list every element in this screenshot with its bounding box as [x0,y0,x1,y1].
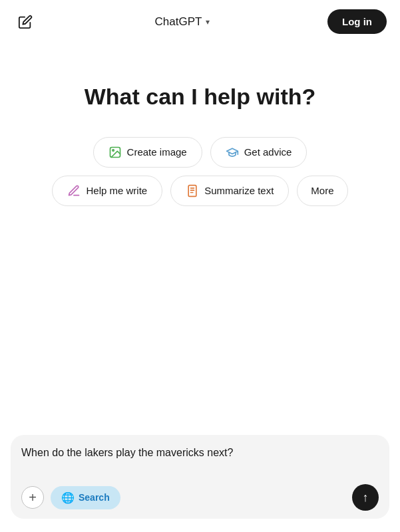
action-row-2: Help me write Summarize text More [52,176,347,206]
action-row-1: Create image Get advice [93,137,307,168]
login-button[interactable]: Log in [327,9,387,34]
input-footer: + 🌐 Search ↑ [21,484,379,511]
graduation-icon [226,146,239,159]
svg-point-1 [112,150,114,152]
more-button[interactable]: More [297,176,347,206]
action-buttons: Create image Get advice [27,137,373,206]
chevron-down-icon: ▾ [206,17,210,27]
help-me-write-button[interactable]: Help me write [52,176,162,206]
pencil-icon [67,184,81,198]
summarize-text-label: Summarize text [204,185,274,196]
input-area: When do the lakers play the mavericks ne… [0,424,400,532]
submit-button[interactable]: ↑ [352,484,379,511]
globe-icon: 🌐 [61,491,75,504]
search-button[interactable]: 🌐 Search [51,486,120,509]
input-box: When do the lakers play the mavericks ne… [11,435,389,519]
app-title-button[interactable]: ChatGPT ▾ [155,15,210,29]
input-footer-left: + 🌐 Search [21,486,120,509]
input-text[interactable]: When do the lakers play the mavericks ne… [21,446,379,475]
main-content: What can I help with? Create image [0,43,400,206]
document-icon [186,184,199,198]
summarize-text-button[interactable]: Summarize text [170,176,289,206]
create-image-label: Create image [127,146,187,158]
get-advice-button[interactable]: Get advice [210,137,307,168]
get-advice-label: Get advice [244,146,292,158]
create-image-button[interactable]: Create image [93,137,202,168]
main-heading: What can I help with? [85,83,316,110]
edit-icon[interactable] [13,10,37,34]
help-me-write-label: Help me write [86,185,147,196]
more-label: More [311,185,333,196]
app-title: ChatGPT [155,15,202,29]
image-icon [108,146,122,159]
search-label: Search [79,492,110,503]
header: ChatGPT ▾ Log in [0,0,400,43]
submit-icon: ↑ [363,491,369,505]
add-attachment-button[interactable]: + [21,486,44,509]
